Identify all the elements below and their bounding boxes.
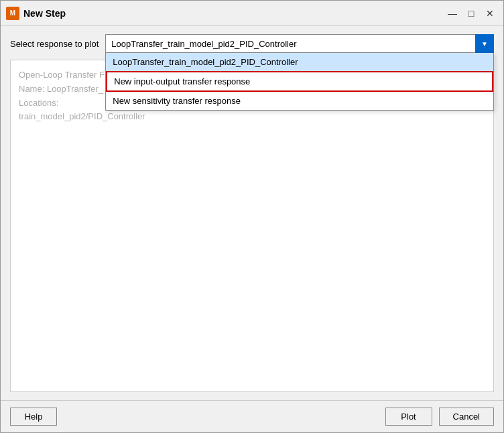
content-area: Select response to plot LoopTransfer_tra… <box>1 26 503 400</box>
app-icon: M <box>6 7 19 20</box>
help-button[interactable]: Help <box>10 408 57 426</box>
title-bar: M New Step — □ ✕ <box>1 1 503 26</box>
main-window: M New Step — □ ✕ Select response to plot… <box>0 0 504 433</box>
dropdown-arrow-icon[interactable]: ▼ <box>475 34 494 53</box>
footer-right: Plot Cancel <box>385 408 494 426</box>
select-display-value: LoopTransfer_train_model_pid2_PID_Contro… <box>111 39 473 49</box>
plot-button[interactable]: Plot <box>385 408 432 426</box>
dropdown-menu: LoopTransfer_train_model_pid2_PID_Contro… <box>105 53 494 111</box>
footer-left: Help <box>10 408 57 426</box>
close-button[interactable]: ✕ <box>482 5 498 21</box>
maximize-button[interactable]: □ <box>463 5 479 21</box>
dropdown-item-2[interactable]: New sensitivity transfer response <box>106 92 493 110</box>
select-wrapper: LoopTransfer_train_model_pid2_PID_Contro… <box>105 34 494 53</box>
main-line-4: train_model_pid2/PID_Controller <box>19 110 485 124</box>
select-row: Select response to plot LoopTransfer_tra… <box>10 34 494 53</box>
minimize-button[interactable]: — <box>444 5 460 21</box>
select-label: Select response to plot <box>10 39 99 49</box>
cancel-button[interactable]: Cancel <box>439 408 494 426</box>
dropdown-item-0[interactable]: LoopTransfer_train_model_pid2_PID_Contro… <box>106 53 493 71</box>
window-controls: — □ ✕ <box>444 5 498 21</box>
window-title: New Step <box>23 8 444 19</box>
dropdown-item-1[interactable]: New input-output transfer response <box>106 71 493 92</box>
footer: Help Plot Cancel <box>1 400 503 432</box>
select-dropdown[interactable]: LoopTransfer_train_model_pid2_PID_Contro… <box>105 34 494 53</box>
